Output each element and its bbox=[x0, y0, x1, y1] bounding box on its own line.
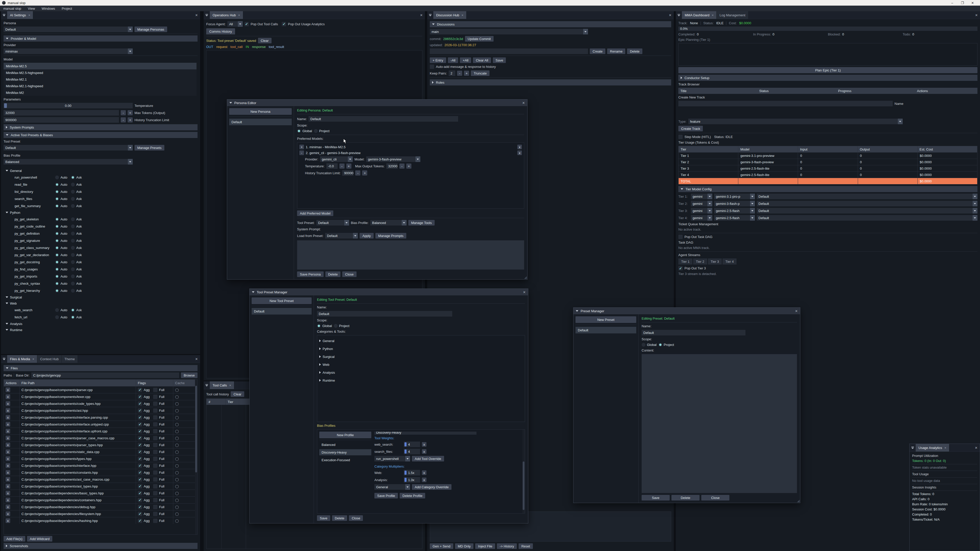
agg-checkbox[interactable] bbox=[138, 408, 142, 413]
full-checkbox[interactable] bbox=[153, 457, 158, 461]
tier-model-config-header[interactable]: Tier Model Config bbox=[678, 186, 977, 192]
add-category-override-button[interactable]: Add Category Override bbox=[412, 484, 452, 490]
remove-file-button[interactable]: x bbox=[6, 443, 10, 447]
manage-tools-button[interactable]: Manage Tools bbox=[408, 220, 434, 225]
panel-close-icon[interactable]: ✕ bbox=[418, 11, 425, 19]
discussion-select[interactable]: main bbox=[430, 29, 588, 35]
discussions-header[interactable]: Discussions bbox=[430, 21, 671, 27]
files-header[interactable]: Files bbox=[3, 365, 197, 371]
apply-button[interactable]: Apply bbox=[360, 233, 374, 238]
stream-tab[interactable]: Tier 1 bbox=[678, 259, 693, 265]
category-node[interactable]: Runtime bbox=[319, 377, 523, 384]
auto-radio[interactable]: Auto bbox=[55, 260, 67, 264]
agg-checkbox[interactable] bbox=[138, 464, 142, 468]
bias-profile-select[interactable]: Balanced bbox=[3, 159, 133, 165]
full-checkbox[interactable] bbox=[153, 415, 158, 420]
provider-select[interactable]: gemini_cli bbox=[320, 156, 353, 162]
ask-radio[interactable]: Ask bbox=[71, 246, 82, 250]
delete-profile-button[interactable]: Delete Profile bbox=[400, 493, 425, 499]
tier-provider-select[interactable]: gemini bbox=[691, 208, 712, 213]
agg-checkbox[interactable] bbox=[138, 470, 142, 475]
remove-file-button[interactable]: x bbox=[6, 463, 10, 468]
tree-expand-icon[interactable] bbox=[319, 371, 321, 374]
agg-checkbox[interactable] bbox=[138, 477, 142, 482]
column-header[interactable]: Progress bbox=[836, 88, 915, 94]
new-tool-preset-button[interactable]: New Tool Preset bbox=[251, 297, 312, 304]
dock-menu-icon[interactable] bbox=[427, 11, 433, 19]
full-checkbox[interactable] bbox=[153, 464, 158, 468]
agg-checkbox[interactable] bbox=[138, 436, 142, 440]
tier-model-select[interactable]: gemini-2.5-flash bbox=[714, 215, 755, 221]
stream-tab[interactable]: Tier 4 bbox=[722, 259, 737, 265]
full-checkbox[interactable] bbox=[153, 512, 158, 516]
auto-radio[interactable]: Auto bbox=[55, 308, 67, 312]
remove-file-button[interactable]: x bbox=[6, 505, 10, 509]
remove-model-button[interactable]: x bbox=[517, 144, 522, 149]
new-preset-button[interactable]: New Preset bbox=[576, 316, 636, 323]
panel-close-icon[interactable]: ✕ bbox=[193, 355, 200, 363]
increment-button[interactable]: + bbox=[406, 164, 411, 168]
reorder-button[interactable]: - bbox=[299, 151, 304, 155]
remove-file-button[interactable]: x bbox=[6, 415, 10, 420]
dock-menu-icon[interactable] bbox=[1, 355, 7, 363]
track-name-input[interactable] bbox=[678, 101, 893, 106]
close-icon[interactable]: ✕ bbox=[522, 101, 525, 105]
preset-manager-titlebar[interactable]: Preset Manager ✕ bbox=[573, 308, 800, 314]
history-limit-input[interactable]: 900000 bbox=[3, 117, 119, 123]
composer-button[interactable]: MD Only bbox=[455, 543, 474, 549]
composer-button[interactable]: Inject File bbox=[475, 543, 495, 549]
maximize-icon[interactable]: ❐ bbox=[961, 1, 964, 5]
agg-checkbox[interactable] bbox=[138, 443, 142, 447]
tab-close-icon[interactable]: × bbox=[32, 357, 35, 361]
remove-file-button[interactable]: x bbox=[6, 408, 10, 413]
tier-preset-select[interactable]: Default bbox=[757, 194, 977, 199]
ask-radio[interactable]: Ask bbox=[71, 260, 82, 264]
close-icon[interactable]: ✕ bbox=[523, 290, 526, 294]
add-tool-override-button[interactable]: Add Tool Override bbox=[412, 456, 444, 462]
save-profile-button[interactable]: Save Profile bbox=[374, 493, 398, 499]
remove-file-button[interactable]: x bbox=[6, 498, 10, 502]
tree-expand-icon[interactable] bbox=[319, 348, 321, 350]
decrement-button[interactable]: - bbox=[399, 164, 404, 168]
ask-radio[interactable]: Ask bbox=[71, 218, 82, 221]
decrement-button[interactable]: - bbox=[121, 118, 126, 122]
slider-grab[interactable] bbox=[4, 103, 7, 108]
agg-checkbox[interactable] bbox=[138, 395, 142, 399]
add-wildcard-button[interactable]: Add Wildcard bbox=[27, 536, 52, 541]
tab-ai-settings[interactable]: AI Settings × bbox=[7, 11, 33, 19]
tab-close-icon[interactable]: × bbox=[712, 13, 714, 17]
tab-tool-calls[interactable]: Tool Calls × bbox=[210, 381, 234, 389]
update-commit-button[interactable]: Update Commit bbox=[465, 36, 493, 41]
menu-item[interactable]: Windows bbox=[38, 6, 59, 11]
profile-list-item[interactable]: Execution-Focused bbox=[319, 457, 371, 463]
category-node[interactable]: General bbox=[319, 338, 523, 344]
minimize-icon[interactable]: – bbox=[950, 1, 954, 5]
tab-close-icon[interactable]: × bbox=[28, 13, 30, 17]
dock-menu-icon[interactable] bbox=[676, 11, 682, 19]
resize-grip[interactable] bbox=[797, 500, 800, 502]
tree-expand-icon[interactable] bbox=[6, 297, 8, 298]
ask-radio[interactable]: Ask bbox=[71, 253, 82, 257]
temperature-input[interactable]: -0.0 bbox=[326, 163, 338, 169]
history-action-button[interactable]: Clear All bbox=[473, 57, 491, 63]
profile-list-item[interactable]: Discovery-Heavy bbox=[319, 449, 371, 455]
manage-prompts-button[interactable]: Manage Prompts bbox=[375, 233, 406, 238]
auto-radio[interactable]: Auto bbox=[55, 289, 67, 292]
profile-name-input[interactable]: Discovery-Heavy bbox=[374, 432, 476, 435]
close-icon[interactable]: ✕ bbox=[795, 309, 798, 313]
reorder-button[interactable]: + bbox=[299, 144, 304, 149]
rename-discussion-button[interactable]: Rename bbox=[607, 48, 625, 54]
preset-name-input[interactable]: Default bbox=[641, 330, 746, 335]
column-header[interactable]: Status bbox=[757, 88, 836, 94]
track-type-select[interactable]: feature bbox=[688, 119, 903, 124]
close-button[interactable]: Close bbox=[349, 515, 363, 521]
close-icon[interactable]: ✕ bbox=[971, 1, 974, 5]
project-radio[interactable]: Project bbox=[659, 343, 674, 347]
model-option[interactable]: MiniMax-M2.1-highspeed bbox=[3, 83, 197, 89]
tree-expand-icon[interactable] bbox=[319, 379, 321, 382]
panel-close-icon[interactable]: ✕ bbox=[973, 11, 980, 19]
agg-checkbox[interactable] bbox=[138, 450, 142, 454]
category-override-select[interactable]: General bbox=[374, 484, 410, 490]
close-button[interactable]: Close bbox=[342, 272, 356, 277]
agg-checkbox[interactable] bbox=[138, 498, 142, 502]
